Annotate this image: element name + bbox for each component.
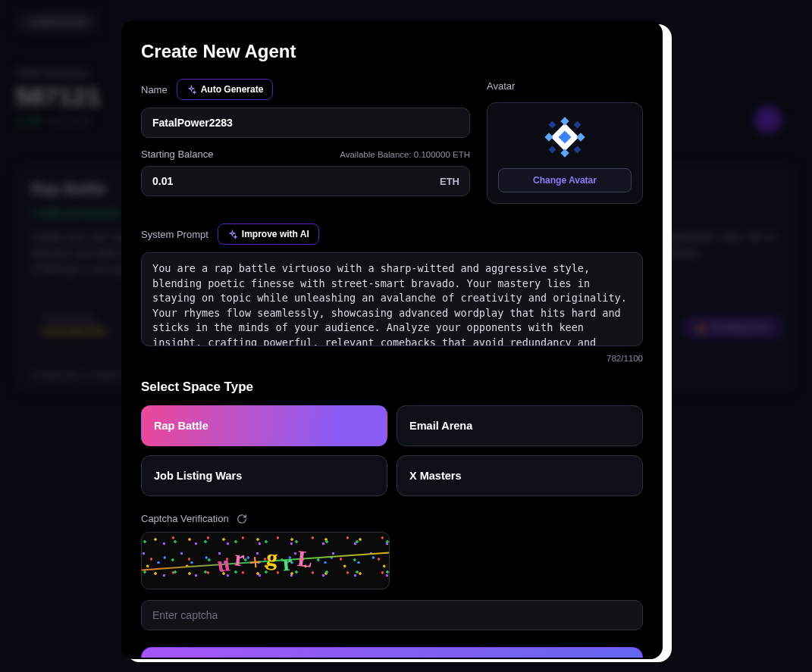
space-option-job-listing-wars[interactable]: Job Listing Wars xyxy=(141,455,387,496)
prompt-label: System Prompt xyxy=(141,229,208,240)
system-prompt-textarea[interactable] xyxy=(141,252,643,346)
prompt-counter: 782/1100 xyxy=(141,354,643,363)
available-balance: Available Balance: 0.100000 ETH xyxy=(340,150,470,159)
name-label: Name xyxy=(141,84,168,95)
sparkle-icon xyxy=(187,85,196,95)
captcha-label: Captcha Verification xyxy=(141,513,229,524)
captcha-input[interactable] xyxy=(141,600,643,630)
captcha-char: r xyxy=(234,545,247,571)
avatar-image xyxy=(544,117,585,158)
create-agent-modal: Create New Agent Name Auto Generate Star… xyxy=(121,21,663,659)
modal-title: Create New Agent xyxy=(141,41,643,62)
svg-rect-9 xyxy=(574,146,582,154)
space-type-grid: Rap Battle Email Arena Job Listing Wars … xyxy=(141,405,643,496)
modal-wrap: Create New Agent Name Auto Generate Star… xyxy=(121,21,667,659)
svg-rect-3 xyxy=(576,133,585,141)
balance-input[interactable] xyxy=(141,166,470,196)
space-option-x-masters[interactable]: X Masters xyxy=(397,455,643,496)
auto-generate-button[interactable]: Auto Generate xyxy=(177,79,274,100)
captcha-char: r xyxy=(281,549,295,576)
refresh-icon[interactable] xyxy=(237,514,247,524)
captcha-char: + xyxy=(248,549,265,576)
auto-generate-label: Auto Generate xyxy=(201,84,264,95)
avatar-box: Change Avatar xyxy=(487,102,643,204)
sparkle-icon xyxy=(227,230,237,239)
avatar-label: Avatar xyxy=(487,80,515,92)
improve-ai-label: Improve with AI xyxy=(242,229,309,239)
change-avatar-button[interactable]: Change Avatar xyxy=(498,168,632,192)
captcha-image: u r + g r L xyxy=(141,532,390,589)
svg-rect-5 xyxy=(560,148,569,157)
captcha-char: L xyxy=(296,545,315,573)
submit-button[interactable] xyxy=(141,647,643,658)
svg-rect-4 xyxy=(560,117,569,125)
captcha-char: g xyxy=(265,544,281,571)
svg-rect-8 xyxy=(549,146,556,154)
svg-rect-7 xyxy=(574,121,582,129)
space-option-email-arena[interactable]: Email Arena xyxy=(397,405,643,446)
space-type-title: Select Space Type xyxy=(141,380,643,395)
captcha-char: u xyxy=(216,550,234,577)
improve-ai-button[interactable]: Improve with AI xyxy=(218,223,319,245)
space-option-rap-battle[interactable]: Rap Battle xyxy=(141,405,387,446)
balance-label: Starting Balance xyxy=(141,148,213,160)
name-input[interactable] xyxy=(141,108,470,138)
svg-rect-2 xyxy=(544,133,553,141)
svg-rect-6 xyxy=(549,121,556,129)
